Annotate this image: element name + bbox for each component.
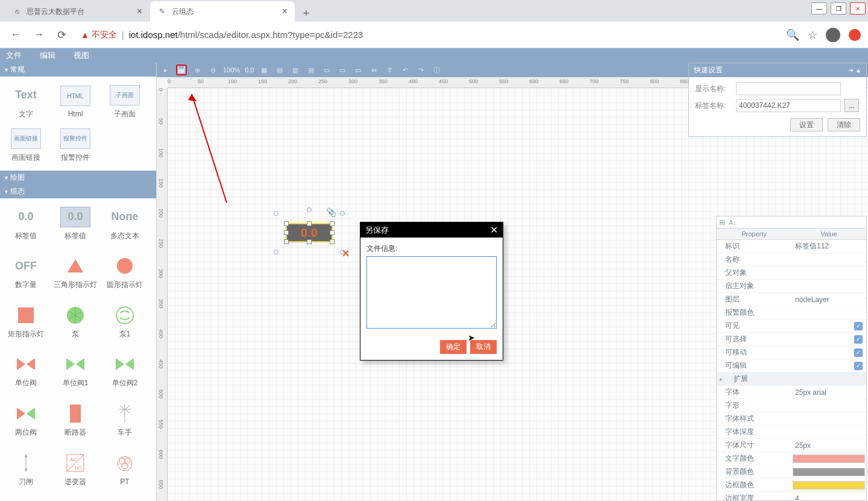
zoom-in-icon[interactable]: ⊕ [192, 65, 203, 75]
prop-value[interactable] [791, 285, 866, 288]
menu-file[interactable]: 文件 [2, 49, 25, 62]
prop-value[interactable]: ✓ [791, 347, 866, 358]
prop-row[interactable]: 字体深度 [717, 426, 866, 439]
align-bottom-icon[interactable]: ▭ [353, 65, 363, 75]
prop-value[interactable] [791, 405, 866, 407]
section-zutai[interactable]: 组态 [0, 184, 156, 198]
dialog-titlebar[interactable]: 另保存 ✕ [360, 222, 503, 238]
prop-row[interactable]: 可移动✓ [717, 346, 866, 359]
tab-scada[interactable]: ✎ 云组态 × [150, 1, 295, 22]
reload-button[interactable]: ⟳ [53, 27, 70, 43]
tool-tagvalue-sel[interactable]: 0.0标签值 [51, 202, 100, 245]
info-icon[interactable]: ⓘ [431, 65, 442, 75]
prop-value[interactable] [791, 453, 866, 464]
prop-row[interactable]: 文字颜色 [717, 452, 866, 465]
prop-value[interactable]: 25px arial [791, 387, 866, 398]
save-button[interactable] [176, 65, 187, 75]
align-left-icon[interactable]: ▤ [274, 65, 285, 75]
search-icon[interactable]: 🔍 [786, 28, 799, 42]
tool-screenlink[interactable]: 画面链接画面链接 [1, 124, 51, 167]
prop-value[interactable] [791, 259, 866, 261]
cancel-button[interactable]: 取消 [470, 340, 497, 354]
tool-tagvalue[interactable]: 0.0标签值 [1, 202, 51, 245]
tool-rect-led[interactable]: 矩形指示灯 [1, 300, 51, 344]
tool-valve-2way[interactable]: 两位阀 [1, 399, 51, 443]
display-name-input[interactable] [736, 82, 841, 95]
prop-value[interactable] [791, 431, 866, 433]
prop-row[interactable]: 字体样式 [717, 412, 866, 426]
file-info-textarea[interactable] [366, 256, 497, 329]
prop-value[interactable]: 4 [791, 493, 866, 502]
sort-icon[interactable]: A↓ [729, 219, 737, 226]
color-swatch[interactable] [793, 455, 865, 463]
prop-value[interactable] [791, 418, 866, 420]
clear-button[interactable]: 清除 [828, 118, 860, 131]
collapse-icon[interactable]: ⇥ [848, 67, 853, 74]
zoom-out-icon[interactable]: ⊖ [207, 65, 218, 75]
undo-icon[interactable]: ↶ [400, 65, 410, 75]
tool-knife[interactable]: 刀闸 [1, 448, 51, 491]
prop-value[interactable] [791, 312, 866, 314]
delete-icon[interactable]: ✕ [342, 248, 350, 259]
tab-sipu[interactable]: ⎋ 思普云大数据平台 × [5, 1, 149, 22]
prop-value[interactable] [791, 272, 866, 274]
close-window-button[interactable]: ✕ [850, 2, 866, 14]
chevron-up-icon[interactable]: ▲ [855, 67, 861, 74]
check-icon[interactable]: ✓ [854, 362, 863, 370]
align-center-icon[interactable]: ▥ [290, 65, 301, 75]
tool-html[interactable]: HTMLHtml [51, 80, 100, 124]
redo-icon[interactable]: ↷ [415, 65, 426, 75]
forward-button[interactable]: → [30, 27, 47, 43]
tool-circle-led[interactable]: 圆形指示灯 [100, 251, 149, 295]
set-button[interactable]: 设置 [790, 118, 823, 131]
minimize-button[interactable]: — [811, 2, 827, 14]
close-icon[interactable]: × [282, 6, 288, 17]
prop-row[interactable]: 标识标签值112 [717, 240, 866, 253]
prop-row[interactable]: 可见✓ [717, 320, 866, 333]
prop-row[interactable]: 宿主对象 [717, 280, 866, 293]
close-icon[interactable]: ✕ [490, 224, 498, 236]
tag-name-input[interactable] [736, 99, 841, 112]
tool-pump[interactable]: 泵 [51, 300, 100, 344]
prop-value[interactable] [791, 480, 866, 491]
prop-row[interactable]: 报警颜色 [717, 306, 866, 320]
align-top-icon[interactable]: ▭ [321, 65, 332, 75]
distribute-v-icon[interactable]: ⇕ [384, 65, 395, 75]
pointer-icon[interactable]: ▸ [160, 65, 171, 75]
prop-value[interactable]: ✓ [791, 320, 866, 332]
prop-row[interactable]: 图层nodeLayer [717, 293, 866, 306]
prop-value[interactable] [791, 467, 866, 477]
color-swatch[interactable] [793, 468, 865, 476]
tool-alarm[interactable]: 报警控件报警控件 [51, 124, 100, 167]
menu-view[interactable]: 视图 [70, 49, 93, 62]
distribute-h-icon[interactable]: ⇔ [368, 65, 379, 75]
check-icon[interactable]: ✓ [854, 322, 863, 330]
prop-row[interactable]: 字体25px arial [717, 386, 866, 399]
tool-text[interactable]: Text文字 [1, 80, 51, 124]
prop-row[interactable]: 父对象 [717, 266, 866, 280]
prop-row[interactable]: 字体尺寸25px [717, 439, 866, 452]
bookmark-icon[interactable]: ☆ [808, 28, 817, 42]
maximize-button[interactable]: ❐ [831, 2, 846, 14]
tool-wheel[interactable]: 车手 [100, 399, 149, 443]
prop-value[interactable]: 25px [791, 440, 866, 451]
ok-button[interactable]: 确定 [440, 340, 467, 354]
check-icon[interactable]: ✓ [854, 335, 863, 344]
tool-subscreen[interactable]: 子画面子画面 [100, 80, 149, 124]
url-field[interactable]: ▲ 不安全 | iot.idosp.net/html/scada/editor.… [76, 26, 780, 44]
tool-inverter[interactable]: ACDC逆变器 [51, 448, 100, 491]
tool-pt[interactable]: PT [100, 448, 149, 491]
back-button[interactable]: ← [7, 27, 24, 43]
tool-digital[interactable]: OFF数字量 [1, 251, 51, 295]
prop-row[interactable]: 边框宽度4 [717, 492, 866, 501]
color-swatch[interactable] [793, 481, 865, 490]
prop-row[interactable]: 可编辑✓ [717, 359, 866, 373]
menu-edit[interactable]: 编辑 [36, 49, 59, 62]
categorize-icon[interactable]: ▤ [719, 218, 725, 226]
profile-icon[interactable] [826, 28, 840, 42]
prop-row[interactable]: 字形 [717, 399, 866, 412]
prop-row[interactable]: 边框颜色 [717, 479, 866, 492]
browse-button[interactable]: … [844, 99, 859, 112]
tool-valve-green[interactable]: 单位阀1 [51, 350, 100, 393]
tool-pump1[interactable]: 泵1 [100, 300, 149, 344]
